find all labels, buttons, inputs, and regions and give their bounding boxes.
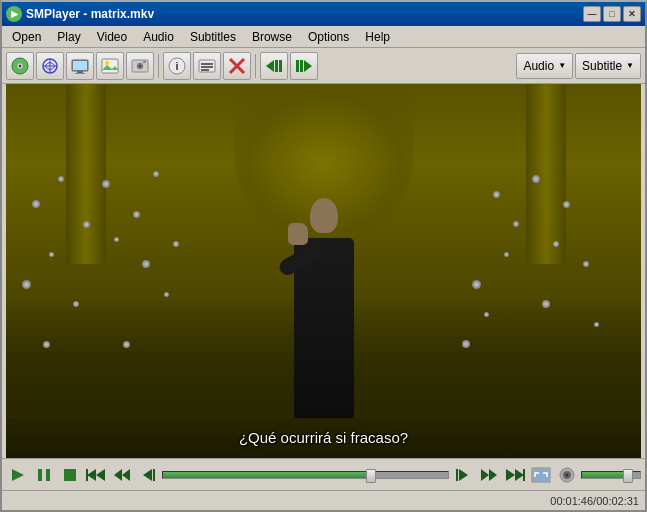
playlist-icon	[197, 56, 217, 76]
svg-point-14	[139, 64, 142, 67]
open-disc-button[interactable]	[6, 52, 34, 80]
fullscreen-icon	[531, 467, 551, 483]
info-button[interactable]: i	[163, 52, 191, 80]
svg-marker-41	[459, 469, 468, 481]
subtitle-dropdown-arrow: ▼	[626, 61, 634, 70]
window-controls: — □ ✕	[583, 6, 641, 22]
volume-bar[interactable]	[581, 471, 641, 479]
svg-rect-28	[300, 60, 303, 72]
network-icon	[40, 56, 60, 76]
time-current: 00:01:46	[550, 495, 593, 507]
svg-marker-27	[304, 60, 312, 72]
menu-options[interactable]: Options	[300, 28, 357, 46]
audio-dropdown-arrow: ▼	[558, 61, 566, 70]
menu-play[interactable]: Play	[49, 28, 88, 46]
video-area[interactable]: ¿Qué ocurrirá si fracaso?	[6, 84, 641, 458]
open-tv-button[interactable]	[66, 52, 94, 80]
menu-audio[interactable]: Audio	[135, 28, 182, 46]
audio-dropdown[interactable]: Audio ▼	[516, 53, 573, 79]
fwd-fast-button[interactable]	[503, 463, 527, 487]
svg-rect-8	[77, 71, 83, 73]
progress-bar[interactable]	[162, 471, 449, 479]
disc-icon	[10, 56, 30, 76]
menu-help[interactable]: Help	[357, 28, 398, 46]
svg-marker-38	[122, 469, 130, 481]
open-image-button[interactable]	[96, 52, 124, 80]
bullet-particle	[142, 260, 150, 268]
svg-rect-9	[75, 73, 85, 74]
menu-subtitles[interactable]: Subtitles	[182, 28, 244, 46]
svg-rect-40	[153, 469, 155, 481]
open-network-button[interactable]	[36, 52, 64, 80]
preferences-icon	[227, 56, 247, 76]
volume-thumb[interactable]	[623, 469, 633, 483]
svg-rect-33	[64, 469, 76, 481]
stop-button[interactable]	[58, 463, 82, 487]
next-track-button[interactable]	[290, 52, 318, 80]
video-scene: ¿Qué ocurrirá si fracaso?	[6, 84, 641, 458]
svg-point-11	[105, 61, 109, 65]
screenshot-icon	[130, 56, 150, 76]
svg-marker-24	[266, 60, 274, 72]
screenshot-button[interactable]	[126, 52, 154, 80]
minimize-button[interactable]: —	[583, 6, 601, 22]
menubar: Open Play Video Audio Subtitles Browse O…	[2, 26, 645, 48]
volume-button[interactable]	[555, 463, 579, 487]
toolbar: i	[2, 48, 645, 84]
prev-track-button[interactable]	[260, 52, 288, 80]
svg-text:i: i	[175, 60, 178, 72]
svg-marker-30	[12, 469, 24, 481]
menu-video[interactable]: Video	[89, 28, 135, 46]
fwd-fast-icon	[505, 467, 525, 483]
pause-icon	[36, 467, 52, 483]
menu-browse[interactable]: Browse	[244, 28, 300, 46]
bullet-particle	[58, 176, 64, 182]
svg-rect-42	[456, 469, 458, 481]
play-icon	[10, 467, 26, 483]
bullet-particle	[493, 191, 500, 198]
fullscreen-button[interactable]	[529, 463, 553, 487]
fwd-icon	[480, 467, 498, 483]
titlebar: ▶ SMPlayer - matrix.mkv — □ ✕	[2, 2, 645, 26]
volume-fill	[582, 472, 628, 478]
prev-track-icon	[264, 56, 284, 76]
bullet-particle	[173, 241, 179, 247]
progress-fill	[163, 472, 371, 478]
svg-point-2	[19, 64, 21, 66]
svg-rect-31	[38, 469, 42, 481]
menu-open[interactable]: Open	[4, 28, 49, 46]
maximize-button[interactable]: □	[603, 6, 621, 22]
tv-icon	[70, 56, 90, 76]
rewind-button[interactable]	[110, 463, 134, 487]
frame-back-button[interactable]	[136, 463, 160, 487]
svg-rect-32	[46, 469, 50, 481]
play-button[interactable]	[6, 463, 30, 487]
fwd-button[interactable]	[477, 463, 501, 487]
subtitle-label: Subtitle	[582, 59, 622, 73]
pause-button[interactable]	[32, 463, 56, 487]
svg-marker-45	[515, 469, 524, 481]
svg-marker-44	[481, 469, 489, 481]
svg-marker-37	[114, 469, 122, 481]
preferences-button[interactable]	[223, 52, 251, 80]
subtitle-dropdown[interactable]: Subtitle ▼	[575, 53, 641, 79]
svg-marker-39	[143, 469, 152, 481]
svg-marker-34	[87, 469, 96, 481]
close-button[interactable]: ✕	[623, 6, 641, 22]
svg-rect-7	[73, 61, 87, 70]
bullet-particle	[133, 211, 140, 218]
svg-rect-15	[143, 61, 146, 63]
playlist-button[interactable]	[193, 52, 221, 80]
bullet-particle	[114, 237, 119, 242]
svg-marker-35	[96, 469, 105, 481]
rewind-fast-button[interactable]	[84, 463, 108, 487]
progress-thumb[interactable]	[366, 469, 376, 483]
bullet-particle	[583, 261, 589, 267]
time-total: 00:02:31	[596, 495, 639, 507]
window-title: SMPlayer - matrix.mkv	[26, 7, 583, 21]
statusbar: 00:01:46 / 00:02:31	[2, 490, 645, 510]
controls-bar	[2, 458, 645, 490]
svg-marker-46	[506, 469, 515, 481]
frame-fwd-button[interactable]	[451, 463, 475, 487]
info-icon: i	[167, 56, 187, 76]
